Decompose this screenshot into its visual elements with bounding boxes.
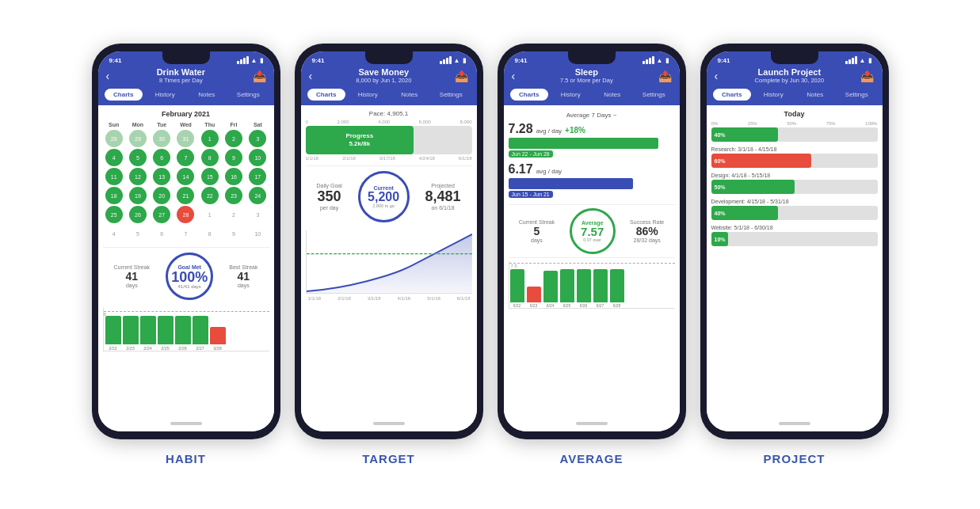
phone-wrapper-habit: 9:41 ▲ ▮ ‹ Drink Water 8 Times per Day 📤… — [92, 44, 280, 465]
current-streak-label: Current Streak — [114, 264, 151, 270]
calendar-cell: 6 — [153, 225, 170, 242]
bar — [105, 316, 121, 344]
stats-row: Current Streak 41 days Goal Met 100% 41/… — [103, 247, 269, 305]
tab-history[interactable]: History — [551, 89, 590, 101]
bar-column: 6/25 — [560, 269, 574, 308]
avg-circle-value: 7.57 — [581, 226, 604, 237]
day-header: Sat — [246, 121, 269, 128]
share-button[interactable]: 📤 — [253, 70, 266, 82]
tab-charts[interactable]: Charts — [713, 89, 752, 101]
signal-bar-3 — [649, 58, 651, 64]
grouped-bar — [610, 269, 624, 302]
phone-content: February 2021SunMonTueWedThuFriSat282930… — [98, 105, 274, 416]
success-value: 86% — [630, 225, 664, 237]
proj-bar-outer-2: 40% — [711, 206, 878, 220]
daily-goal-sub: per day — [316, 205, 341, 211]
calendar-cell: 13 — [153, 168, 170, 185]
phone-content: Pace: 4,905.1 02,0004,0006,0008,000 Prog… — [301, 105, 477, 416]
avg-title: Average 7 Days ~ — [509, 112, 675, 119]
back-button[interactable]: ‹ — [309, 70, 313, 82]
phone-project: 9:41 ▲ ▮ ‹ Launch Project Complete by Ju… — [700, 44, 889, 439]
wifi-icon: ▲ — [860, 57, 866, 64]
bar-label: 3/28 — [213, 346, 222, 351]
signal-bar-4 — [246, 56, 249, 64]
best-streak-label: Best Streak — [229, 264, 257, 270]
phone-label-project: PROJECT — [764, 452, 826, 465]
calendar-title: February 2021 — [103, 110, 269, 118]
line-date: 4/1/18 — [397, 296, 410, 301]
scale-item: 50% — [787, 121, 796, 126]
wifi-icon: ▲ — [251, 57, 257, 64]
back-button[interactable]: ‹ — [715, 70, 719, 82]
back-button[interactable]: ‹ — [512, 70, 516, 82]
calendar-cell: 5 — [129, 149, 147, 166]
calendar-cell: 4 — [105, 225, 123, 242]
signal-bar-1 — [237, 61, 239, 64]
header-nav: ‹ Drink Water 8 Times per Day 📤 — [106, 67, 266, 84]
bar-label: 2/24 — [143, 346, 152, 351]
scale-val: 6,000 — [419, 120, 431, 124]
tab-settings[interactable]: Settings — [432, 89, 471, 101]
tab-history[interactable]: History — [349, 89, 387, 101]
status-icons: ▲ ▮ — [643, 56, 669, 64]
proj-overall-row: 0%25%50%75%100% 40% — [711, 121, 878, 142]
bar-column: 6/24 — [543, 271, 558, 308]
tab-notes[interactable]: Notes — [593, 89, 632, 101]
date-label: 3/17/18 — [379, 156, 395, 161]
wifi-icon: ▲ — [657, 57, 663, 64]
battery-icon: ▮ — [260, 57, 263, 64]
calendar-cell: 12 — [129, 168, 147, 185]
line-date: 3/1/18 — [368, 296, 381, 301]
bar-column: 6/22 — [510, 269, 524, 308]
phone-content: Today 0%25%50%75%100% 40% Research: 3/1/… — [707, 105, 883, 416]
signal-bar-4 — [449, 56, 452, 64]
tab-settings[interactable]: Settings — [635, 89, 673, 101]
avg-date-1: Jun 22 - Jun 28 — [509, 150, 553, 158]
home-indicator — [576, 422, 608, 425]
bar-label: 6/28 — [613, 303, 621, 308]
share-button[interactable]: 📤 — [860, 70, 874, 82]
header-subtitle: Complete by Jun 30, 2020 — [755, 77, 825, 84]
tab-charts[interactable]: Charts — [510, 89, 549, 101]
tab-notes[interactable]: Notes — [796, 89, 835, 101]
tab-charts[interactable]: Charts — [105, 89, 143, 101]
proj-today: Today — [711, 110, 878, 118]
proj-bar-inner-1: 50% — [711, 180, 795, 194]
day-header: Tue — [151, 121, 173, 128]
avg-pct-1: +18% — [565, 126, 585, 135]
phone-wrapper-average: 9:41 ▲ ▮ ‹ Sleep 7.5 or More per Day 📤 C… — [498, 44, 686, 465]
share-button[interactable]: 📤 — [455, 70, 468, 82]
calendar-cell: 14 — [177, 168, 194, 185]
bar-column: 2/25 — [158, 316, 174, 351]
signal-bar-3 — [446, 58, 448, 64]
tab-history[interactable]: History — [146, 89, 185, 101]
bar-column: 2/26 — [175, 316, 191, 351]
current-streak-unit: days — [114, 283, 151, 288]
grouped-bar — [510, 269, 524, 302]
tab-settings[interactable]: Settings — [229, 89, 268, 101]
avg-per-2: avg / day — [536, 168, 562, 175]
tab-settings[interactable]: Settings — [837, 89, 876, 101]
avg-date-2: Jun 15 - Jun 21 — [509, 191, 553, 198]
share-button[interactable]: 📤 — [658, 70, 672, 82]
tab-charts[interactable]: Charts — [307, 89, 346, 101]
calendar-cell: 11 — [105, 168, 123, 185]
grouped-bar — [527, 287, 541, 302]
bar-label: 2/22 — [109, 346, 117, 351]
bar — [210, 327, 226, 344]
back-button[interactable]: ‹ — [106, 70, 110, 82]
proj-bar-label-0: 60% — [715, 158, 726, 164]
scale-item: 0% — [711, 121, 719, 126]
signal-bar-2 — [443, 59, 445, 64]
tab-history[interactable]: History — [754, 89, 793, 101]
calendar-cell: 7 — [177, 149, 194, 166]
phone-habit: 9:41 ▲ ▮ ‹ Drink Water 8 Times per Day 📤… — [92, 44, 280, 439]
avg-big-2: 6.17 — [509, 162, 533, 177]
date-label: 2/1/18 — [342, 156, 356, 161]
avg-big-1: 7.28 — [509, 122, 533, 136]
calendar-cell: 2 — [225, 206, 242, 223]
calendar-cell: 4 — [105, 149, 123, 166]
tab-notes[interactable]: Notes — [391, 89, 429, 101]
bar-label: 6/23 — [530, 303, 538, 308]
tab-notes[interactable]: Notes — [188, 89, 227, 101]
